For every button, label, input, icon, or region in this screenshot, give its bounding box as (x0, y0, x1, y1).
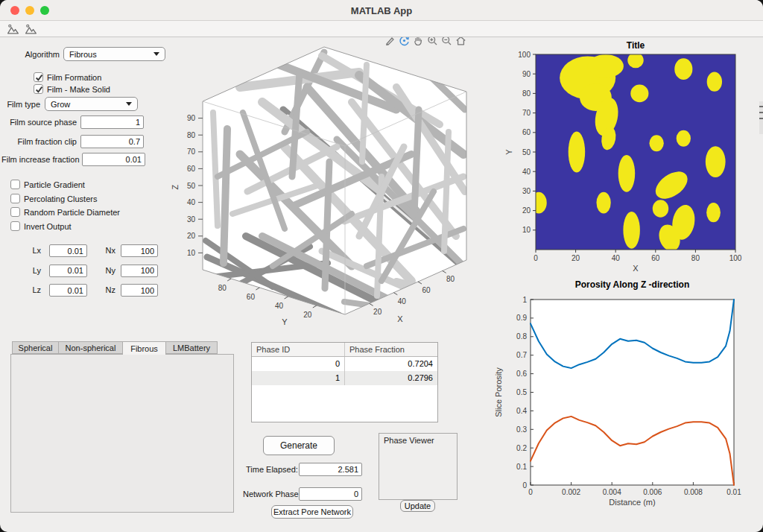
phase-map-plot[interactable]: Title020406080100102030405060708090100XY (492, 37, 763, 277)
svg-text:100: 100 (729, 254, 742, 262)
tab-lmbattery[interactable]: LMBattery (165, 341, 218, 354)
dim-label-Lx: Lx (22, 246, 41, 255)
algorithm-dropdown[interactable]: Fibrous (63, 47, 165, 61)
heatmap-xlabel: X (633, 264, 639, 273)
table-row[interactable]: 00.7204 (252, 357, 437, 371)
dim-field-Nx[interactable] (121, 244, 158, 257)
cell-phase-fraction: 0.7204 (345, 357, 437, 371)
check-icon (35, 86, 43, 94)
svg-text:0: 0 (522, 481, 527, 490)
tab-fibrous[interactable]: Fibrous (122, 341, 165, 355)
porosity-xlabel: Distance (m) (609, 498, 655, 507)
tab-strip: SphericalNon-sphericalFibrousLMBattery (12, 341, 218, 354)
heatmap-ylabel: Y (504, 149, 513, 155)
porosity-title: Porosity Along Z -direction (575, 279, 690, 290)
table-body: 00.720410.2796 (252, 357, 437, 385)
film-increase-fraction-field[interactable] (82, 153, 145, 166)
film-type-label: Film type (3, 100, 40, 109)
extract-label: Extract Pore Network (273, 507, 351, 516)
svg-text:80: 80 (187, 131, 196, 139)
option-checkbox-1[interactable] (10, 194, 20, 203)
film-fraction-clip-label: Film fraction clip (6, 137, 77, 146)
network-phase-field[interactable] (299, 487, 362, 501)
image-tool-icon[interactable] (7, 23, 19, 36)
film-type-dropdown[interactable]: Grow (45, 97, 138, 111)
svg-text:70: 70 (187, 148, 196, 156)
option-checkbox-3[interactable] (10, 221, 20, 231)
cell-phase-id: 0 (252, 357, 345, 371)
svg-text:0.1: 0.1 (516, 463, 527, 471)
tab-non-spherical[interactable]: Non-spherical (58, 341, 122, 354)
axis3d-ylabel: Y (282, 317, 288, 326)
svg-text:30: 30 (187, 215, 196, 224)
svg-text:0.01: 0.01 (726, 488, 741, 496)
chevron-down-icon (126, 102, 132, 106)
svg-text:30: 30 (522, 187, 531, 195)
phase-fraction-table[interactable]: Phase ID Phase Fraction 00.720410.2796 (251, 342, 438, 422)
dim-field-Lx[interactable] (49, 244, 87, 257)
svg-text:60: 60 (187, 165, 196, 173)
svg-text:20: 20 (522, 206, 531, 215)
option-checkbox-2[interactable] (10, 207, 20, 217)
table-header-row: Phase ID Phase Fraction (252, 343, 437, 357)
svg-text:60: 60 (247, 293, 256, 301)
film-fraction-clip-field[interactable] (80, 135, 144, 148)
svg-text:60: 60 (522, 128, 531, 136)
option-checkbox-label: Particle Gradient (24, 180, 85, 189)
heatmap-title: Title (627, 40, 645, 51)
algorithm-value: Fibrous (69, 50, 97, 59)
film-source-phase-label: Film source phase (6, 118, 77, 127)
dim-field-Ny[interactable] (121, 265, 158, 277)
structure-3d-plot[interactable]: 1020304050607080902040608020406080YXZ (171, 41, 469, 328)
dim-field-Lz[interactable] (49, 284, 87, 297)
svg-text:50: 50 (187, 182, 196, 190)
generate-button[interactable]: Generate (263, 436, 335, 455)
phase-viewer-title: Phase Viewer (384, 436, 434, 445)
film-make-solid-checkbox[interactable] (34, 84, 43, 94)
svg-text:10: 10 (187, 249, 196, 257)
svg-text:20: 20 (373, 308, 382, 316)
cell-phase-id: 1 (252, 371, 345, 385)
svg-text:60: 60 (422, 286, 431, 294)
dim-field-Ly[interactable] (49, 265, 87, 277)
option-checkbox-label: Percolating Clusters (24, 194, 97, 203)
extract-pore-network-button[interactable]: Extract Pore Network (271, 505, 353, 519)
svg-text:40: 40 (612, 254, 621, 262)
dim-label-Ly: Ly (22, 266, 41, 275)
shape-tab-panel: SphericalNon-sphericalFibrousLMBattery F… (10, 341, 234, 513)
col-header-phase-fraction: Phase Fraction (345, 343, 437, 356)
time-elapsed-label: Time Elapsed: (246, 465, 295, 474)
app-window: MATLAB App Algorithm Fibrous Film Format… (0, 0, 763, 532)
svg-text:60: 60 (651, 254, 660, 262)
svg-text:0.6: 0.6 (516, 370, 527, 378)
dim-label-Ny: Ny (97, 266, 115, 275)
update-button[interactable]: Update (400, 500, 435, 512)
svg-text:0.006: 0.006 (643, 488, 662, 496)
svg-text:70: 70 (522, 109, 531, 117)
cell-phase-fraction: 0.2796 (345, 371, 437, 385)
dim-field-Nz[interactable] (121, 284, 158, 297)
svg-text:100: 100 (518, 51, 531, 59)
image-tool-2-icon[interactable] (25, 23, 37, 36)
svg-text:0.4: 0.4 (516, 407, 527, 415)
svg-text:0.2: 0.2 (516, 444, 527, 452)
svg-text:0.3: 0.3 (516, 425, 527, 434)
window-title: MATLAB App (0, 5, 763, 16)
porosity-plot[interactable]: Porosity Along Z -direction00.0020.0040.… (492, 279, 763, 526)
svg-text:40: 40 (275, 302, 284, 310)
algorithm-label: Algorithm (21, 50, 60, 59)
film-source-phase-field[interactable] (80, 115, 144, 129)
film-formation-checkbox[interactable] (34, 72, 43, 82)
dim-label-Nz: Nz (97, 285, 115, 294)
svg-text:90: 90 (522, 70, 531, 78)
title-bar: MATLAB App (0, 0, 763, 21)
svg-text:50: 50 (522, 148, 531, 156)
option-checkbox-0[interactable] (10, 180, 20, 189)
table-row[interactable]: 10.2796 (252, 371, 437, 385)
svg-text:0.9: 0.9 (516, 314, 527, 322)
time-elapsed-field[interactable] (299, 463, 362, 476)
svg-text:80: 80 (522, 89, 531, 98)
svg-text:80: 80 (446, 275, 455, 283)
tab-spherical[interactable]: Spherical (12, 341, 58, 354)
svg-text:0.008: 0.008 (684, 488, 703, 496)
